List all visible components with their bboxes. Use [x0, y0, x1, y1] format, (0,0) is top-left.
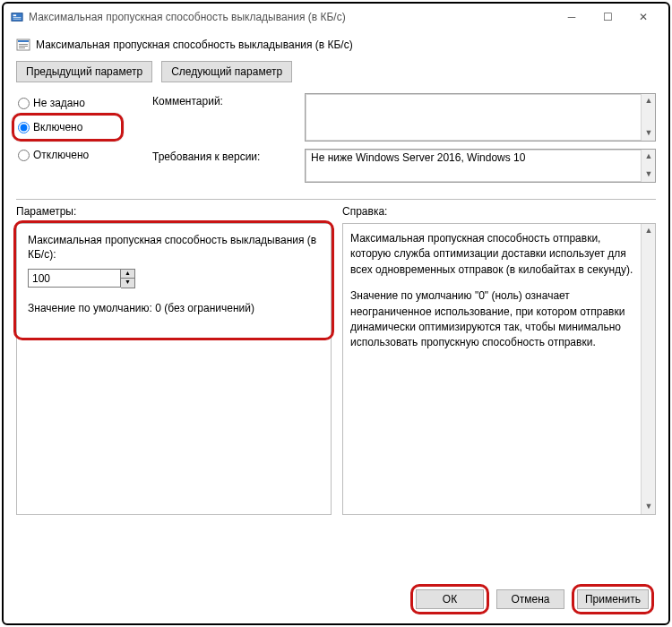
spin-up-button[interactable]: ▲ [121, 270, 134, 279]
radio-disabled[interactable]: Отключено [16, 145, 124, 165]
bandwidth-input[interactable] [28, 269, 121, 288]
svg-rect-5 [18, 40, 29, 42]
help-p2: Значение по умолчанию "0" (ноль) означае… [350, 288, 635, 351]
scroll-down-icon[interactable]: ▼ [642, 126, 656, 141]
minimize-button[interactable]: ─ [554, 4, 590, 30]
highlight-ok: ОК [410, 584, 489, 614]
prev-setting-button[interactable]: Предыдущий параметр [16, 61, 152, 82]
policy-header: Максимальная пропускная способность выкл… [16, 38, 656, 52]
help-column: Справка: Максимальная пропускная способн… [342, 205, 656, 515]
close-button[interactable]: ✕ [625, 4, 661, 30]
svg-rect-7 [19, 46, 28, 47]
comment-input[interactable]: ▲ ▼ [305, 93, 656, 142]
scrollbar[interactable]: ▲ ▼ [641, 94, 655, 141]
maximize-button[interactable]: ☐ [590, 4, 625, 30]
param-default: Значение по умолчанию: 0 (без ограничени… [28, 301, 320, 315]
right-fields: Комментарий: ▲ ▼ Требования к версии: Не… [152, 93, 656, 183]
window-frame: Максимальная пропускная способность выкл… [2, 2, 670, 625]
separator [16, 199, 656, 200]
state-radios: Не задано Включено Отключено [16, 93, 124, 165]
scrollbar[interactable]: ▲ ▼ [641, 150, 655, 182]
radio-label: Не задано [33, 97, 85, 109]
scroll-up-icon[interactable]: ▲ [642, 150, 656, 164]
radio-not-configured-input[interactable] [18, 98, 30, 109]
help-label: Справка: [342, 205, 656, 218]
radio-not-configured[interactable]: Не задано [16, 93, 124, 113]
svg-rect-1 [13, 14, 17, 16]
comment-row: Комментарий: ▲ ▼ [152, 93, 656, 142]
window-title: Максимальная пропускная способность выкл… [29, 11, 554, 23]
params-column: Параметры: Максимальная пропускная спосо… [16, 205, 332, 515]
footer-buttons: ОК Отмена Применить [410, 584, 654, 614]
param-name: Максимальная пропускная способность выкл… [28, 233, 320, 262]
highlight-enabled: Включено [12, 113, 124, 142]
spin-control: ▲ ▼ [28, 269, 320, 288]
radio-enabled-input[interactable] [18, 122, 30, 133]
scroll-down-icon[interactable]: ▼ [642, 500, 656, 514]
content-area: Максимальная пропускная способность выкл… [4, 30, 668, 522]
svg-rect-3 [13, 19, 22, 20]
scroll-up-icon[interactable]: ▲ [642, 224, 656, 238]
svg-rect-2 [13, 17, 22, 18]
spin-buttons: ▲ ▼ [121, 269, 135, 288]
radio-disabled-input[interactable] [18, 150, 30, 161]
svg-rect-8 [19, 47, 25, 48]
comment-label: Комментарий: [152, 93, 305, 107]
spin-down-button[interactable]: ▼ [121, 279, 134, 288]
columns: Параметры: Максимальная пропускная спосо… [16, 205, 656, 515]
titlebar: Максимальная пропускная способность выкл… [4, 4, 668, 30]
app-icon [11, 11, 23, 23]
params-label: Параметры: [16, 205, 332, 218]
scrollbar[interactable]: ▲ ▼ [641, 224, 655, 514]
policy-icon [16, 38, 30, 52]
apply-button[interactable]: Применить [577, 589, 649, 609]
help-p1: Максимальная пропускная способность отпр… [350, 231, 635, 278]
scroll-down-icon[interactable]: ▼ [642, 167, 656, 182]
requirements-label: Требования к версии: [152, 149, 305, 163]
radio-label: Отключено [33, 149, 89, 161]
requirements-text: Не ниже Windows Server 2016, Windows 10 [311, 151, 525, 164]
requirements-row: Требования к версии: Не ниже Windows Ser… [152, 149, 656, 183]
highlight-apply: Применить [572, 584, 654, 614]
help-box: Максимальная пропускная способность отпр… [342, 223, 656, 515]
next-setting-button[interactable]: Следующий параметр [161, 61, 292, 82]
radio-label: Включено [33, 121, 82, 133]
svg-rect-6 [19, 44, 28, 45]
scroll-up-icon[interactable]: ▲ [642, 94, 656, 108]
requirements-value: Не ниже Windows Server 2016, Windows 10 … [305, 149, 656, 183]
radio-enabled[interactable]: Включено [16, 117, 116, 137]
cancel-button[interactable]: Отмена [496, 589, 564, 609]
policy-title: Максимальная пропускная способность выкл… [36, 39, 353, 51]
params-box: Максимальная пропускная способность выкл… [16, 223, 332, 515]
nav-buttons: Предыдущий параметр Следующий параметр [16, 61, 656, 82]
ok-button[interactable]: ОК [416, 589, 484, 609]
